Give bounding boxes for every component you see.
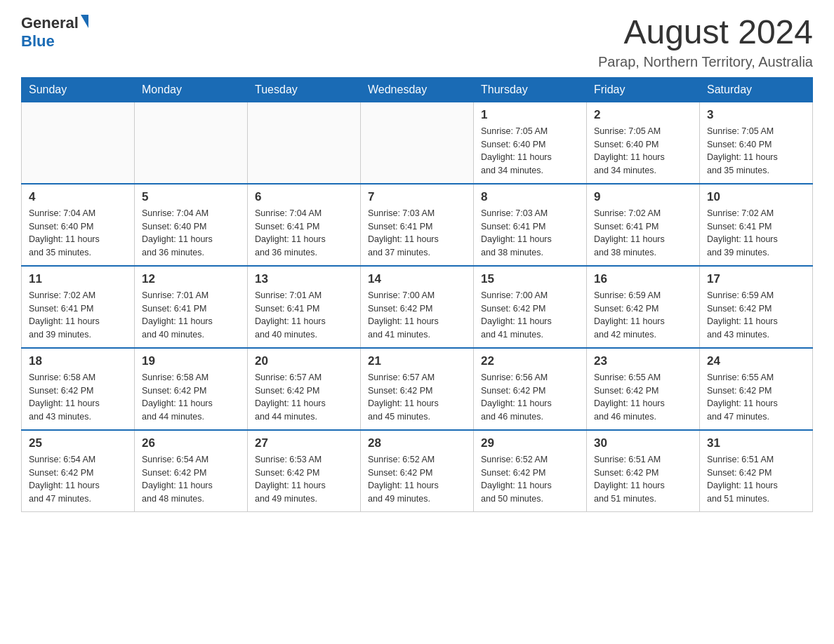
calendar-cell: 30Sunrise: 6:51 AM Sunset: 6:42 PM Dayli… [587, 430, 700, 512]
day-number: 13 [255, 272, 353, 286]
day-number: 5 [142, 190, 240, 204]
page-header: General Blue August 2024 Parap, Northern… [21, 14, 813, 70]
day-number: 8 [481, 190, 579, 204]
day-number: 25 [29, 436, 127, 450]
day-info: Sunrise: 6:52 AM Sunset: 6:42 PM Dayligh… [368, 453, 466, 506]
day-number: 18 [29, 354, 127, 368]
day-number: 15 [481, 272, 579, 286]
day-info: Sunrise: 6:58 AM Sunset: 6:42 PM Dayligh… [29, 371, 127, 424]
calendar-cell: 19Sunrise: 6:58 AM Sunset: 6:42 PM Dayli… [135, 348, 248, 430]
calendar-week-row: 25Sunrise: 6:54 AM Sunset: 6:42 PM Dayli… [22, 430, 813, 512]
calendar-cell: 20Sunrise: 6:57 AM Sunset: 6:42 PM Dayli… [248, 348, 361, 430]
day-number: 14 [368, 272, 466, 286]
calendar-cell: 2Sunrise: 7:05 AM Sunset: 6:40 PM Daylig… [587, 102, 700, 184]
calendar-cell: 25Sunrise: 6:54 AM Sunset: 6:42 PM Dayli… [22, 430, 135, 512]
day-info: Sunrise: 6:59 AM Sunset: 6:42 PM Dayligh… [707, 289, 805, 342]
calendar-cell: 22Sunrise: 6:56 AM Sunset: 6:42 PM Dayli… [474, 348, 587, 430]
calendar-cell: 12Sunrise: 7:01 AM Sunset: 6:41 PM Dayli… [135, 266, 248, 348]
title-section: August 2024 Parap, Northern Territory, A… [598, 14, 813, 70]
day-info: Sunrise: 7:01 AM Sunset: 6:41 PM Dayligh… [255, 289, 353, 342]
calendar-cell: 9Sunrise: 7:02 AM Sunset: 6:41 PM Daylig… [587, 184, 700, 266]
day-info: Sunrise: 6:59 AM Sunset: 6:42 PM Dayligh… [594, 289, 692, 342]
day-info: Sunrise: 7:03 AM Sunset: 6:41 PM Dayligh… [368, 207, 466, 260]
calendar-cell: 26Sunrise: 6:54 AM Sunset: 6:42 PM Dayli… [135, 430, 248, 512]
day-info: Sunrise: 6:54 AM Sunset: 6:42 PM Dayligh… [29, 453, 127, 506]
day-number: 24 [707, 354, 805, 368]
day-number: 1 [481, 108, 579, 122]
calendar-cell: 31Sunrise: 6:51 AM Sunset: 6:42 PM Dayli… [700, 430, 813, 512]
day-info: Sunrise: 7:02 AM Sunset: 6:41 PM Dayligh… [707, 207, 805, 260]
day-info: Sunrise: 7:04 AM Sunset: 6:40 PM Dayligh… [29, 207, 127, 260]
calendar-day-header: Wednesday [361, 77, 474, 102]
calendar-week-row: 11Sunrise: 7:02 AM Sunset: 6:41 PM Dayli… [22, 266, 813, 348]
day-info: Sunrise: 6:54 AM Sunset: 6:42 PM Dayligh… [142, 453, 240, 506]
day-info: Sunrise: 7:04 AM Sunset: 6:41 PM Dayligh… [255, 207, 353, 260]
calendar-day-header: Tuesday [248, 77, 361, 102]
location-title: Parap, Northern Territory, Australia [598, 54, 813, 70]
logo-general: General [21, 14, 79, 32]
day-number: 3 [707, 108, 805, 122]
day-info: Sunrise: 7:05 AM Sunset: 6:40 PM Dayligh… [481, 125, 579, 177]
calendar-cell: 15Sunrise: 7:00 AM Sunset: 6:42 PM Dayli… [474, 266, 587, 348]
day-number: 10 [707, 190, 805, 204]
calendar-cell: 13Sunrise: 7:01 AM Sunset: 6:41 PM Dayli… [248, 266, 361, 348]
calendar-day-header: Monday [135, 77, 248, 102]
calendar-cell: 4Sunrise: 7:04 AM Sunset: 6:40 PM Daylig… [22, 184, 135, 266]
day-info: Sunrise: 7:03 AM Sunset: 6:41 PM Dayligh… [481, 207, 579, 260]
day-number: 19 [142, 354, 240, 368]
day-info: Sunrise: 7:02 AM Sunset: 6:41 PM Dayligh… [29, 289, 127, 342]
day-number: 30 [594, 436, 692, 450]
day-number: 20 [255, 354, 353, 368]
calendar-cell: 8Sunrise: 7:03 AM Sunset: 6:41 PM Daylig… [474, 184, 587, 266]
calendar-cell: 7Sunrise: 7:03 AM Sunset: 6:41 PM Daylig… [361, 184, 474, 266]
calendar-cell: 14Sunrise: 7:00 AM Sunset: 6:42 PM Dayli… [361, 266, 474, 348]
day-number: 2 [594, 108, 692, 122]
day-info: Sunrise: 7:05 AM Sunset: 6:40 PM Dayligh… [594, 125, 692, 177]
calendar-cell: 23Sunrise: 6:55 AM Sunset: 6:42 PM Dayli… [587, 348, 700, 430]
day-info: Sunrise: 6:58 AM Sunset: 6:42 PM Dayligh… [142, 371, 240, 424]
day-number: 28 [368, 436, 466, 450]
calendar-week-row: 18Sunrise: 6:58 AM Sunset: 6:42 PM Dayli… [22, 348, 813, 430]
month-title: August 2024 [598, 14, 813, 51]
calendar-cell: 1Sunrise: 7:05 AM Sunset: 6:40 PM Daylig… [474, 102, 587, 184]
day-number: 21 [368, 354, 466, 368]
calendar-header-row: SundayMondayTuesdayWednesdayThursdayFrid… [22, 77, 813, 102]
day-number: 12 [142, 272, 240, 286]
calendar-cell [248, 102, 361, 184]
day-info: Sunrise: 6:53 AM Sunset: 6:42 PM Dayligh… [255, 453, 353, 506]
day-number: 31 [707, 436, 805, 450]
day-number: 6 [255, 190, 353, 204]
calendar-cell: 21Sunrise: 6:57 AM Sunset: 6:42 PM Dayli… [361, 348, 474, 430]
day-number: 27 [255, 436, 353, 450]
day-info: Sunrise: 6:57 AM Sunset: 6:42 PM Dayligh… [255, 371, 353, 424]
logo: General Blue [21, 14, 88, 51]
day-info: Sunrise: 6:56 AM Sunset: 6:42 PM Dayligh… [481, 371, 579, 424]
calendar-week-row: 4Sunrise: 7:04 AM Sunset: 6:40 PM Daylig… [22, 184, 813, 266]
calendar-day-header: Sunday [22, 77, 135, 102]
day-number: 9 [594, 190, 692, 204]
calendar-cell [135, 102, 248, 184]
calendar-cell [361, 102, 474, 184]
calendar-cell: 17Sunrise: 6:59 AM Sunset: 6:42 PM Dayli… [700, 266, 813, 348]
day-info: Sunrise: 6:55 AM Sunset: 6:42 PM Dayligh… [707, 371, 805, 424]
calendar-cell: 24Sunrise: 6:55 AM Sunset: 6:42 PM Dayli… [700, 348, 813, 430]
day-info: Sunrise: 7:04 AM Sunset: 6:40 PM Dayligh… [142, 207, 240, 260]
logo-arrow-icon [81, 15, 88, 28]
day-number: 23 [594, 354, 692, 368]
day-number: 16 [594, 272, 692, 286]
day-number: 4 [29, 190, 127, 204]
day-number: 22 [481, 354, 579, 368]
day-number: 26 [142, 436, 240, 450]
calendar-cell [22, 102, 135, 184]
day-info: Sunrise: 6:52 AM Sunset: 6:42 PM Dayligh… [481, 453, 579, 506]
calendar-cell: 5Sunrise: 7:04 AM Sunset: 6:40 PM Daylig… [135, 184, 248, 266]
day-info: Sunrise: 6:51 AM Sunset: 6:42 PM Dayligh… [707, 453, 805, 506]
day-number: 11 [29, 272, 127, 286]
calendar-day-header: Thursday [474, 77, 587, 102]
calendar-cell: 6Sunrise: 7:04 AM Sunset: 6:41 PM Daylig… [248, 184, 361, 266]
calendar-cell: 11Sunrise: 7:02 AM Sunset: 6:41 PM Dayli… [22, 266, 135, 348]
calendar-day-header: Friday [587, 77, 700, 102]
day-info: Sunrise: 6:57 AM Sunset: 6:42 PM Dayligh… [368, 371, 466, 424]
logo-blue: Blue [21, 32, 55, 51]
calendar-cell: 3Sunrise: 7:05 AM Sunset: 6:40 PM Daylig… [700, 102, 813, 184]
